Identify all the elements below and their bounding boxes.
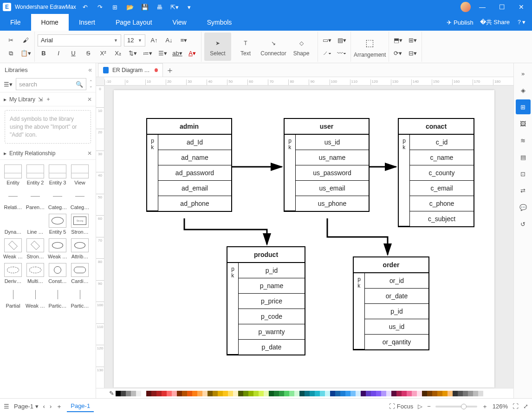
font-size-select[interactable]: 12▼ xyxy=(124,34,145,46)
color-swatch[interactable] xyxy=(228,391,233,396)
color-swatch[interactable] xyxy=(345,391,350,396)
color-swatch[interactable] xyxy=(192,391,197,396)
color-swatch[interactable] xyxy=(238,391,243,396)
color-swatch[interactable] xyxy=(299,391,305,396)
shape-item[interactable]: Entity 2 xyxy=(24,163,46,187)
fill-icon[interactable]: ▭▾ xyxy=(321,34,333,46)
color-swatch[interactable] xyxy=(269,391,274,396)
color-swatch[interactable] xyxy=(310,391,315,396)
export-icon[interactable]: ⇱▾ xyxy=(169,2,180,12)
color-swatch[interactable] xyxy=(340,391,345,396)
shape-item[interactable]: Partial xyxy=(2,286,24,310)
paste-icon[interactable]: 📋▾ xyxy=(19,47,32,59)
color-swatch[interactable] xyxy=(126,391,131,396)
add-tab-button[interactable]: ＋ xyxy=(163,63,177,77)
subscript-icon[interactable]: X₂ xyxy=(112,47,124,59)
color-swatch[interactable] xyxy=(253,391,259,396)
image-icon[interactable]: 🖼 xyxy=(516,116,531,131)
color-swatch[interactable] xyxy=(386,391,391,396)
group-icon[interactable]: ⬒▾ xyxy=(392,34,404,46)
color-swatch[interactable] xyxy=(463,391,468,396)
maximize-button[interactable]: ☐ xyxy=(494,1,510,13)
copy-icon[interactable]: ⧉ xyxy=(5,47,17,59)
shape-item[interactable]: StrongStron… xyxy=(69,212,91,237)
color-swatch[interactable] xyxy=(422,391,427,396)
entity-user[interactable]: userpkus_idus_nameus_passwordus_emailus_… xyxy=(284,118,370,212)
color-swatch[interactable] xyxy=(391,391,396,396)
shape-item[interactable]: Multi… xyxy=(24,261,46,286)
page-tab[interactable]: Page-1 xyxy=(67,401,94,412)
new-icon[interactable]: ⊞ xyxy=(110,2,121,12)
color-swatch[interactable] xyxy=(396,391,402,396)
publish-button[interactable]: ✈ Publish xyxy=(447,19,473,26)
comment-icon[interactable]: 💬 xyxy=(516,200,531,215)
color-swatch[interactable] xyxy=(187,391,192,396)
fit-page-button[interactable]: ⛶ xyxy=(513,403,519,410)
color-swatch[interactable] xyxy=(376,391,381,396)
close-er-icon[interactable]: ✕ xyxy=(87,150,92,157)
color-swatch[interactable] xyxy=(432,391,437,396)
bullets-icon[interactable]: ≔▾ xyxy=(142,47,154,59)
shape-item[interactable]: Paren… xyxy=(24,187,46,212)
library-menu-icon[interactable]: ☰▾ xyxy=(3,81,13,88)
font-family-select[interactable]: Arial▼ xyxy=(38,34,121,46)
color-swatch[interactable] xyxy=(233,391,238,396)
color-swatch[interactable] xyxy=(162,391,167,396)
shape-item[interactable]: Weak … xyxy=(24,286,46,310)
close-button[interactable]: ✕ xyxy=(513,1,529,13)
underline-icon[interactable]: U xyxy=(67,47,79,59)
color-swatch[interactable] xyxy=(437,391,442,396)
color-swatch[interactable] xyxy=(325,391,330,396)
align-text-icon[interactable]: ≡▾ xyxy=(178,34,190,46)
shape-item[interactable]: Stron… xyxy=(24,237,46,261)
color-swatch[interactable] xyxy=(156,391,162,396)
fullscreen-button[interactable]: ⤢ xyxy=(523,403,528,410)
color-swatch[interactable] xyxy=(442,391,448,396)
eyedropper-icon[interactable]: ✎ xyxy=(107,388,116,398)
shape-item[interactable]: Partic… xyxy=(69,286,91,310)
document-tab[interactable]: ER Diagram for … xyxy=(98,63,163,77)
color-swatch[interactable] xyxy=(202,391,208,396)
shape-item[interactable]: Relati… xyxy=(2,187,24,212)
dimensions-icon[interactable]: ⊡ xyxy=(516,166,531,181)
color-swatch[interactable] xyxy=(131,391,136,396)
color-swatch[interactable] xyxy=(473,391,478,396)
grid-icon[interactable]: ⊞ xyxy=(516,99,531,114)
color-swatch[interactable] xyxy=(151,391,156,396)
menu-view[interactable]: View xyxy=(162,14,197,31)
shape-item[interactable]: Line … xyxy=(24,212,46,237)
menu-symbols[interactable]: Symbols xyxy=(197,14,242,31)
add-lib-icon[interactable]: ＋ xyxy=(45,95,51,103)
shape-item[interactable]: Const… xyxy=(46,261,69,286)
library-scroll-buttons[interactable]: ⌃⌄ xyxy=(89,80,93,88)
print-icon[interactable]: 🖶 xyxy=(154,2,165,12)
distribute-icon[interactable]: ⊟▾ xyxy=(407,47,419,59)
color-swatch[interactable] xyxy=(146,391,151,396)
shape-item[interactable]: Entity 5 xyxy=(46,212,69,237)
shape-item[interactable]: Weak … xyxy=(2,237,24,261)
line-color-icon[interactable]: 〰▾ xyxy=(336,47,348,59)
color-swatch[interactable] xyxy=(218,391,223,396)
color-swatch[interactable] xyxy=(294,391,299,396)
shape-item[interactable]: Dyna… xyxy=(2,212,24,237)
color-swatch[interactable] xyxy=(223,391,228,396)
shape-tool[interactable]: ◇Shape xyxy=(288,33,315,61)
color-swatch[interactable] xyxy=(407,391,412,396)
share-button[interactable]: �共 Share xyxy=(480,18,510,26)
shape-item[interactable]: Entity 3 xyxy=(46,163,69,187)
theme-icon[interactable]: ◈ xyxy=(516,83,531,98)
zoom-slider[interactable] xyxy=(435,406,477,407)
menu-page-layout[interactable]: Page Layout xyxy=(105,14,162,31)
italic-icon[interactable]: I xyxy=(52,47,65,59)
color-swatch[interactable] xyxy=(248,391,253,396)
color-swatch[interactable] xyxy=(305,391,310,396)
shape-item[interactable]: Categ… xyxy=(46,187,69,212)
user-avatar[interactable] xyxy=(461,2,471,12)
color-swatch[interactable] xyxy=(381,391,386,396)
shape-item[interactable]: Attrib… xyxy=(69,237,91,261)
color-swatch[interactable] xyxy=(264,391,269,396)
shape-item[interactable]: Weak … xyxy=(46,237,69,261)
color-swatch[interactable] xyxy=(356,391,361,396)
font-color-icon[interactable]: A▾ xyxy=(186,47,198,59)
shadow-icon[interactable]: ▧▾ xyxy=(336,34,348,46)
